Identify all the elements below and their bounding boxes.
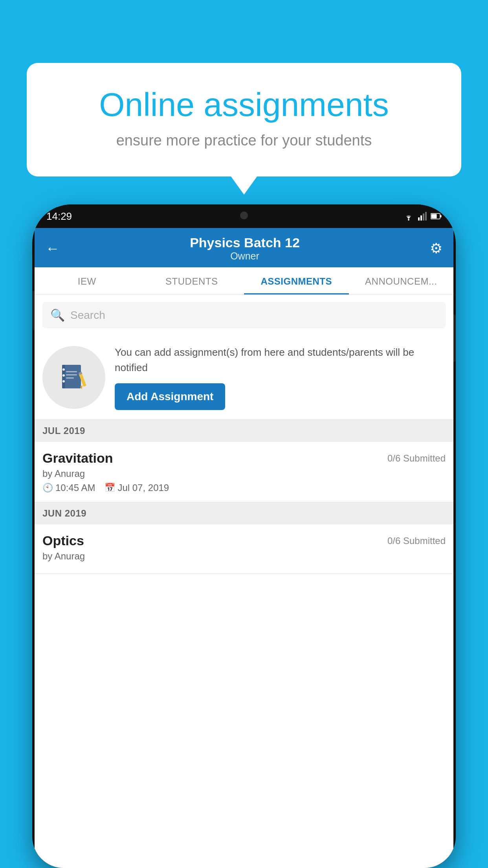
assignment-submitted-optics: 0/6 Submitted <box>387 535 446 546</box>
app-header: ← Physics Batch 12 Owner ⚙ <box>35 228 453 267</box>
assignment-item-optics[interactable]: Optics 0/6 Submitted by Anurag <box>35 524 453 574</box>
tabs-container: IEW STUDENTS ASSIGNMENTS ANNOUNCEM... <box>35 267 453 295</box>
tab-assignments[interactable]: ASSIGNMENTS <box>244 267 349 294</box>
svg-rect-10 <box>66 371 77 372</box>
assignment-submitted: 0/6 Submitted <box>387 453 446 464</box>
svg-rect-2 <box>420 215 422 221</box>
assignment-author-optics: by Anurag <box>42 551 446 562</box>
phone-status-icons <box>403 212 442 221</box>
front-camera <box>240 211 248 219</box>
calendar-icon: 📅 <box>105 483 115 493</box>
svg-rect-9 <box>64 365 81 388</box>
assignment-row1-optics: Optics 0/6 Submitted <box>42 533 446 548</box>
svg-rect-12 <box>66 377 74 379</box>
promo-icon-circle <box>42 346 105 409</box>
section-header-jun2019: JUN 2019 <box>35 502 453 524</box>
speech-bubble-title: Online assignments <box>54 86 434 123</box>
assignment-row1: Gravitation 0/6 Submitted <box>42 451 446 466</box>
speech-bubble-container: Online assignments ensure more practice … <box>27 63 461 177</box>
assignment-author: by Anurag <box>42 468 446 479</box>
svg-rect-11 <box>66 374 77 375</box>
notebook-icon <box>58 362 90 393</box>
add-assignment-button[interactable]: Add Assignment <box>115 383 225 410</box>
svg-rect-4 <box>425 212 427 221</box>
wifi-icon <box>403 212 414 221</box>
section-header-jul2019: JUL 2019 <box>35 420 453 442</box>
header-title: Physics Batch 12 <box>190 235 300 250</box>
assignment-name-optics: Optics <box>42 533 84 548</box>
back-button[interactable]: ← <box>46 240 60 257</box>
clock-icon: 🕙 <box>42 483 53 493</box>
search-placeholder: Search <box>70 309 105 322</box>
header-subtitle: Owner <box>190 250 300 262</box>
promo-text: You can add assignment(s) from here and … <box>115 345 446 375</box>
phone-screen: ← Physics Batch 12 Owner ⚙ IEW STUDENTS … <box>35 228 453 868</box>
assignment-item-gravitation[interactable]: Gravitation 0/6 Submitted by Anurag 🕙 10… <box>35 442 453 502</box>
assignment-meta: 🕙 10:45 AM 📅 Jul 07, 2019 <box>42 482 446 493</box>
assignment-date: 📅 Jul 07, 2019 <box>105 482 169 493</box>
svg-point-0 <box>408 219 409 221</box>
header-title-group: Physics Batch 12 Owner <box>190 235 300 262</box>
svg-rect-6 <box>431 214 437 219</box>
svg-point-16 <box>62 380 65 383</box>
svg-rect-3 <box>423 213 424 221</box>
battery-icon <box>431 213 442 220</box>
svg-rect-7 <box>440 215 442 217</box>
search-icon: 🔍 <box>50 308 65 322</box>
assignment-time: 🕙 10:45 AM <box>42 482 95 493</box>
signal-icon <box>418 212 427 221</box>
phone-time: 14:29 <box>46 210 72 223</box>
promo-content: You can add assignment(s) from here and … <box>115 345 446 410</box>
tab-iew[interactable]: IEW <box>35 267 139 294</box>
svg-point-15 <box>62 374 65 377</box>
svg-rect-1 <box>418 217 420 221</box>
speech-bubble: Online assignments ensure more practice … <box>27 63 461 177</box>
add-assignment-promo: You can add assignment(s) from here and … <box>35 335 453 420</box>
phone-frame: 14:29 <box>32 204 456 868</box>
assignment-name: Gravitation <box>42 451 113 466</box>
tab-announcements[interactable]: ANNOUNCEM... <box>349 267 454 294</box>
tab-students[interactable]: STUDENTS <box>139 267 244 294</box>
search-container: 🔍 Search <box>35 295 453 335</box>
search-bar[interactable]: 🔍 Search <box>42 302 446 328</box>
phone-notch <box>209 204 279 226</box>
settings-button[interactable]: ⚙ <box>430 240 442 257</box>
speech-bubble-subtitle: ensure more practice for your students <box>54 132 434 149</box>
svg-point-14 <box>62 368 65 371</box>
